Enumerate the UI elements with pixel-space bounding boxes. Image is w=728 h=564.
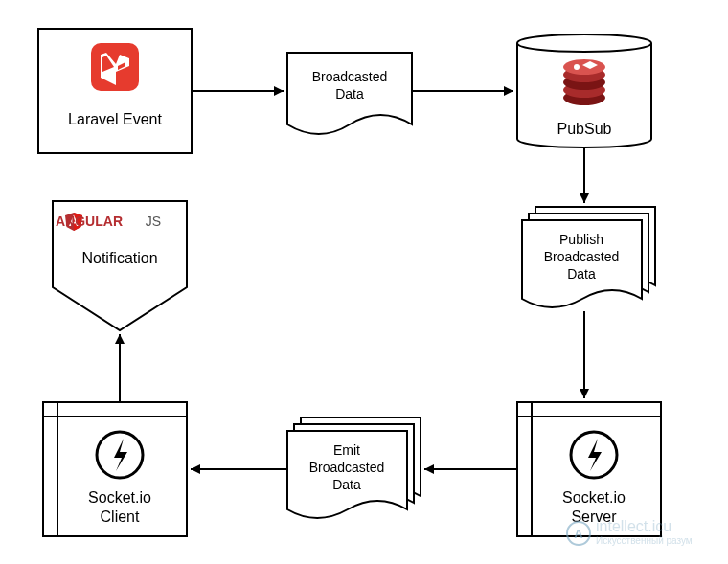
notification-node: ANGULAR JS Notification [53,201,187,330]
watermark-sub: Искусственный разум [596,535,693,546]
angular-brand-1: ANGULAR [56,214,123,229]
socket-server-line1: Socket.io [562,489,626,506]
publish-line1: Publish [559,232,603,247]
emit-line3: Data [332,477,361,492]
socket-client-node: Socket.io Client [43,402,187,536]
publish-line2: Broadcasted [544,249,620,264]
redis-icon [563,59,605,105]
pubsub-label: PubSub [557,121,612,137]
svg-point-6 [563,59,605,75]
socket-client-line1: Socket.io [88,489,151,506]
notification-label: Notification [81,250,157,266]
publish-line3: Data [567,266,596,282]
broadcasted-data-node: Broadcasted Data [287,53,412,134]
pubsub-node: PubSub [517,34,651,147]
emit-line1: Emit [333,442,360,458]
emit-broadcasted-data-node: Emit Broadcasted Data [287,417,421,518]
emit-line2: Broadcasted [309,460,385,475]
angular-brand-2: JS [146,214,161,229]
socket-server-node: Socket.io Server [517,402,661,536]
socket-client-line2: Client [101,508,140,525]
laravel-event-label: Laravel Event [68,111,162,127]
publish-broadcasted-data-node: Publish Broadcasted Data [522,207,655,307]
laravel-icon [91,43,139,91]
svg-text:A: A [574,527,583,541]
broadcasted-data-line1: Broadcasted [312,69,388,84]
broadcasted-data-line2: Data [335,86,364,102]
laravel-event-node: Laravel Event [38,29,192,153]
svg-point-7 [574,64,580,70]
watermark-main: intellect.icu [596,518,671,534]
